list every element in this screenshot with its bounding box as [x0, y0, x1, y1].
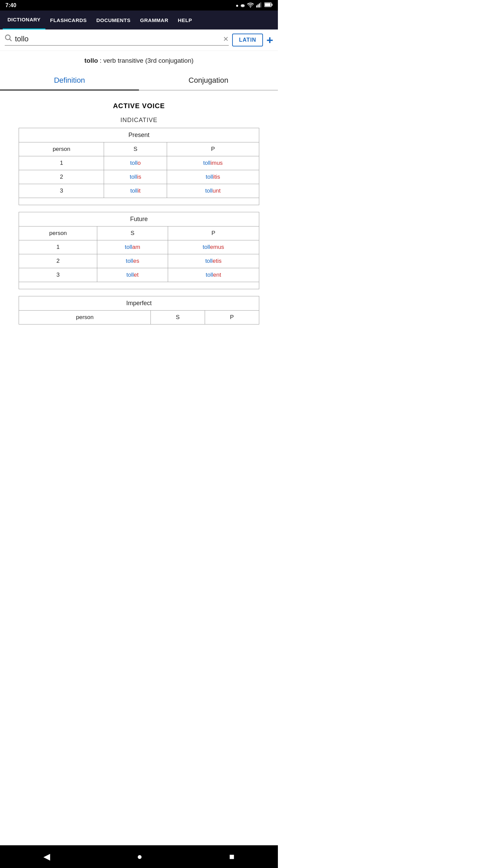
notification-icon: ● — [236, 3, 239, 8]
nav-flashcards[interactable]: FLASHCARDS — [45, 11, 92, 29]
svg-rect-1 — [256, 5, 257, 7]
present-1s-stem: toll — [130, 160, 138, 166]
future-1p-stem: toll — [203, 244, 210, 250]
present-table: Present person S P 1 tollo tollimus 2 to… — [19, 128, 259, 205]
present-2s: tollis — [104, 170, 167, 184]
future-table: Future person S P 1 tollam tollemus 2 to… — [19, 212, 259, 289]
future-3p-stem: toll — [206, 272, 213, 278]
status-bar: 7:40 ● ⛂ — [0, 0, 278, 11]
wifi-icon — [247, 2, 254, 8]
future-3s-stem: toll — [126, 272, 134, 278]
search-icon — [5, 34, 12, 44]
future-header-row: Future — [19, 212, 259, 226]
future-row-1: 1 tollam tollemus — [19, 240, 259, 254]
nav-help[interactable]: HELP — [173, 11, 197, 29]
present-spacer — [19, 198, 259, 205]
imperfect-header-row: Imperfect — [19, 296, 259, 311]
future-s-col: S — [97, 226, 168, 240]
future-spacer — [19, 282, 259, 289]
clear-icon[interactable]: ✕ — [223, 35, 229, 43]
signal-icon — [256, 2, 262, 8]
present-row-2: 2 tollis tollitis — [19, 170, 259, 184]
future-1s-end: am — [132, 244, 140, 250]
future-person-col: person — [19, 226, 97, 240]
future-2p: tolletis — [168, 254, 259, 268]
nav-dictionary[interactable]: DICTIONARY — [3, 11, 45, 29]
svg-rect-7 — [265, 3, 271, 6]
present-2p: tollitis — [167, 170, 259, 184]
present-3s-end: it — [138, 188, 141, 194]
imperfect-table: Imperfect person S P — [19, 296, 259, 324]
future-person-2: 2 — [19, 254, 97, 268]
svg-rect-4 — [260, 2, 261, 7]
present-s-col: S — [104, 142, 167, 156]
present-2s-end: is — [137, 174, 141, 180]
future-2p-end: etis — [212, 258, 221, 264]
mood-title: INDICATIVE — [5, 117, 272, 124]
svg-rect-2 — [258, 4, 259, 7]
future-2s: tolles — [97, 254, 168, 268]
imperfect-person-col: person — [19, 311, 151, 324]
add-button[interactable]: + — [266, 34, 273, 46]
svg-point-0 — [250, 7, 251, 8]
svg-rect-6 — [271, 4, 272, 6]
language-button[interactable]: LATIN — [232, 34, 263, 46]
future-col-headers: person S P — [19, 226, 259, 240]
present-2p-stem: toll — [206, 174, 213, 180]
future-row-3: 3 tollet tollent — [19, 268, 259, 282]
future-tense-label: Future — [19, 212, 259, 226]
future-row-2: 2 tolles tolletis — [19, 254, 259, 268]
svg-rect-3 — [259, 3, 260, 7]
search-input-wrap: ✕ — [5, 34, 229, 46]
future-1s: tollam — [97, 240, 168, 254]
future-2p-stem: toll — [205, 258, 213, 264]
tab-definition[interactable]: Definition — [0, 71, 139, 91]
top-nav: DICTIONARY FLASHCARDS DOCUMENTS GRAMMAR … — [0, 11, 278, 29]
tab-conjugation[interactable]: Conjugation — [139, 71, 278, 90]
present-1p: tollimus — [167, 156, 259, 170]
status-time: 7:40 — [5, 2, 16, 8]
future-2s-end: es — [133, 258, 139, 264]
future-2s-stem: toll — [126, 258, 133, 264]
present-person-2: 2 — [19, 170, 104, 184]
present-2s-stem: toll — [130, 174, 137, 180]
present-person-1: 1 — [19, 156, 104, 170]
future-3p: tollent — [168, 268, 259, 282]
present-3p-stem: toll — [205, 188, 213, 194]
nav-documents[interactable]: DOCUMENTS — [92, 11, 135, 29]
imperfect-col-headers: person S P — [19, 311, 259, 324]
svg-line-9 — [10, 39, 12, 41]
present-2p-end: itis — [213, 174, 220, 180]
tabs: Definition Conjugation — [0, 71, 278, 91]
nav-grammar[interactable]: GRAMMAR — [135, 11, 173, 29]
present-3s: tollit — [104, 184, 167, 198]
future-1p-end: emus — [210, 244, 224, 250]
voice-title: ACTIVE VOICE — [5, 102, 272, 110]
word-info: tollo : verb transitive (3rd conjugation… — [0, 51, 278, 68]
present-p-col: P — [167, 142, 259, 156]
sync-icon: ⛂ — [241, 3, 245, 8]
present-1p-end: imus — [210, 160, 223, 166]
present-3p: tollunt — [167, 184, 259, 198]
search-input[interactable] — [15, 35, 220, 43]
future-3p-end: ent — [213, 272, 221, 278]
present-col-headers: person S P — [19, 142, 259, 156]
svg-point-8 — [5, 35, 10, 40]
future-p-col: P — [168, 226, 259, 240]
present-person-3: 3 — [19, 184, 104, 198]
search-bar: ✕ LATIN + — [0, 29, 278, 51]
present-1p-stem: toll — [203, 160, 210, 166]
present-row-1: 1 tollo tollimus — [19, 156, 259, 170]
future-3s: tollet — [97, 268, 168, 282]
present-row-3: 3 tollit tollunt — [19, 184, 259, 198]
future-3s-end: et — [134, 272, 139, 278]
battery-icon — [264, 2, 272, 8]
word-title: tollo — [84, 57, 98, 64]
present-3p-end: unt — [212, 188, 221, 194]
content: ACTIVE VOICE INDICATIVE Present person S… — [0, 91, 278, 341]
status-icons: ● ⛂ — [236, 2, 272, 8]
future-person-1: 1 — [19, 240, 97, 254]
present-3s-stem: toll — [130, 188, 138, 194]
future-1p: tollemus — [168, 240, 259, 254]
present-tense-label: Present — [19, 128, 259, 142]
